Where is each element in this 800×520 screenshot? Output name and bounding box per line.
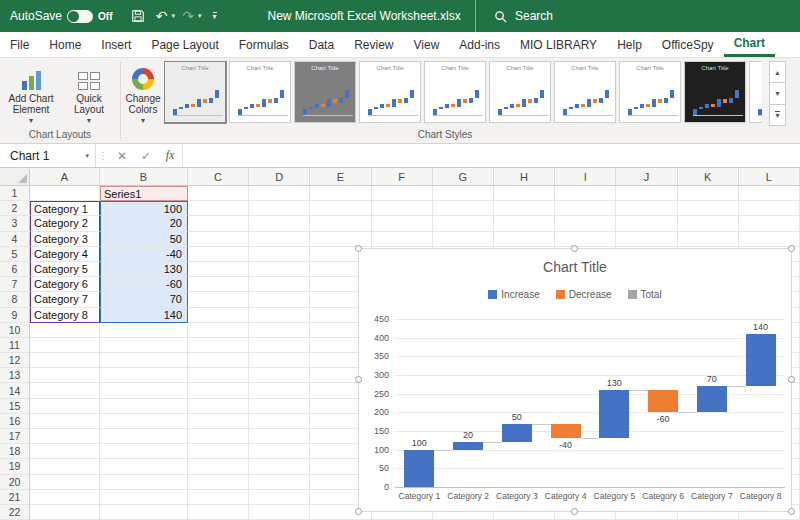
cell-B13[interactable] <box>100 368 188 383</box>
insert-function-icon[interactable]: fx <box>158 144 182 167</box>
cell-G4[interactable] <box>433 232 494 247</box>
cell-L1[interactable] <box>739 186 800 201</box>
cell-K1[interactable] <box>678 186 739 201</box>
cell-C22[interactable] <box>188 505 249 520</box>
cell-I3[interactable] <box>555 216 616 231</box>
row-header[interactable]: 14 <box>0 383 30 398</box>
cell-D16[interactable] <box>249 414 310 429</box>
cell-A10[interactable] <box>30 323 100 338</box>
cell-A21[interactable] <box>30 490 100 505</box>
cell-B9[interactable]: 140 <box>100 308 188 323</box>
cell-G2[interactable] <box>433 201 494 216</box>
cell-L3[interactable] <box>739 216 800 231</box>
cell-C12[interactable] <box>188 353 249 368</box>
gallery-more-icon[interactable]: ▾ <box>769 104 786 126</box>
cell-B15[interactable] <box>100 399 188 414</box>
cell-D17[interactable] <box>249 429 310 444</box>
cell-C18[interactable] <box>188 444 249 459</box>
tab-review[interactable]: Review <box>344 32 403 57</box>
undo-icon[interactable]: ↶ <box>151 5 173 27</box>
cell-C11[interactable] <box>188 338 249 353</box>
cell-E2[interactable] <box>310 201 371 216</box>
row-header[interactable]: 19 <box>0 459 30 474</box>
cell-I2[interactable] <box>555 201 616 216</box>
cell-D21[interactable] <box>249 490 310 505</box>
gallery-scroll-down-icon[interactable]: ▼ <box>769 82 786 104</box>
formula-input[interactable] <box>182 144 800 167</box>
tab-add-ins[interactable]: Add-ins <box>449 32 510 57</box>
row-header[interactable]: 22 <box>0 505 30 520</box>
tab-formulas[interactable]: Formulas <box>229 32 299 57</box>
change-colors-button[interactable]: Change Colors ▼ <box>123 60 163 128</box>
cell-A5[interactable]: Category 4 <box>30 247 100 262</box>
row-header[interactable]: 15 <box>0 399 30 414</box>
cell-D3[interactable] <box>249 216 310 231</box>
tab-home[interactable]: Home <box>39 32 91 57</box>
cell-F1[interactable] <box>372 186 433 201</box>
cell-C15[interactable] <box>188 399 249 414</box>
cell-G1[interactable] <box>433 186 494 201</box>
waterfall-bar[interactable] <box>746 334 776 386</box>
chart-style-thumbnail[interactable]: Chart Title <box>294 61 356 123</box>
cell-E4[interactable] <box>310 232 371 247</box>
cell-D12[interactable] <box>249 353 310 368</box>
cell-C20[interactable] <box>188 475 249 490</box>
cell-A12[interactable] <box>30 353 100 368</box>
row-header[interactable]: 17 <box>0 429 30 444</box>
cell-D18[interactable] <box>249 444 310 459</box>
cell-D19[interactable] <box>249 459 310 474</box>
cell-J4[interactable] <box>616 232 677 247</box>
cancel-icon[interactable]: ✕ <box>110 144 134 167</box>
column-header-h[interactable]: H <box>494 168 555 185</box>
row-header[interactable]: 18 <box>0 444 30 459</box>
cell-A15[interactable] <box>30 399 100 414</box>
select-all-corner[interactable] <box>0 168 30 185</box>
tab-data[interactable]: Data <box>299 32 344 57</box>
cell-B17[interactable] <box>100 429 188 444</box>
cell-D10[interactable] <box>249 323 310 338</box>
chart-style-thumbnail[interactable]: Chart Title <box>749 61 762 123</box>
cell-C21[interactable] <box>188 490 249 505</box>
chart-style-thumbnail[interactable]: Chart Title <box>424 61 486 123</box>
cell-A7[interactable]: Category 6 <box>30 277 100 292</box>
column-header-d[interactable]: D <box>249 168 310 185</box>
cell-J1[interactable] <box>616 186 677 201</box>
row-header[interactable]: 5 <box>0 247 30 262</box>
autosave-toggle[interactable]: AutoSave Off <box>10 9 113 23</box>
cell-C13[interactable] <box>188 368 249 383</box>
cell-C7[interactable] <box>188 277 249 292</box>
chart-style-thumbnail[interactable]: Chart Title <box>229 61 291 123</box>
column-header-i[interactable]: I <box>555 168 616 185</box>
chart-resize-handle[interactable] <box>788 245 795 252</box>
row-header[interactable]: 13 <box>0 368 30 383</box>
cell-F3[interactable] <box>372 216 433 231</box>
tab-page-layout[interactable]: Page Layout <box>141 32 228 57</box>
waterfall-bar[interactable] <box>502 424 532 443</box>
chart-resize-handle[interactable] <box>355 376 362 383</box>
chart-resize-handle[interactable] <box>788 376 795 383</box>
cell-D22[interactable] <box>249 505 310 520</box>
cell-C16[interactable] <box>188 414 249 429</box>
row-header[interactable]: 11 <box>0 338 30 353</box>
row-header[interactable]: 2 <box>0 201 30 216</box>
tab-mio-library[interactable]: MIO LIBRARY <box>510 32 607 57</box>
cell-C1[interactable] <box>188 186 249 201</box>
cell-J2[interactable] <box>616 201 677 216</box>
undo-dropdown-icon[interactable]: ▾ <box>172 12 176 20</box>
cell-C5[interactable] <box>188 247 249 262</box>
cell-C6[interactable] <box>188 262 249 277</box>
cell-D4[interactable] <box>249 232 310 247</box>
cell-B11[interactable] <box>100 338 188 353</box>
chart-resize-handle[interactable] <box>355 508 362 515</box>
worksheet[interactable]: ABCDEFGHIJKL 1Series12Category 11003Cate… <box>0 168 800 520</box>
column-header-k[interactable]: K <box>678 168 739 185</box>
enter-icon[interactable]: ✓ <box>134 144 158 167</box>
tab-file[interactable]: File <box>0 32 39 57</box>
waterfall-bar[interactable] <box>551 424 581 439</box>
column-header-l[interactable]: L <box>739 168 800 185</box>
name-box[interactable]: Chart 1 ▾ <box>0 144 96 167</box>
column-header-c[interactable]: C <box>188 168 249 185</box>
chart-style-thumbnail[interactable]: Chart Title <box>489 61 551 123</box>
cell-A20[interactable] <box>30 475 100 490</box>
quick-layout-button[interactable]: Quick Layout ▼ <box>60 60 118 128</box>
